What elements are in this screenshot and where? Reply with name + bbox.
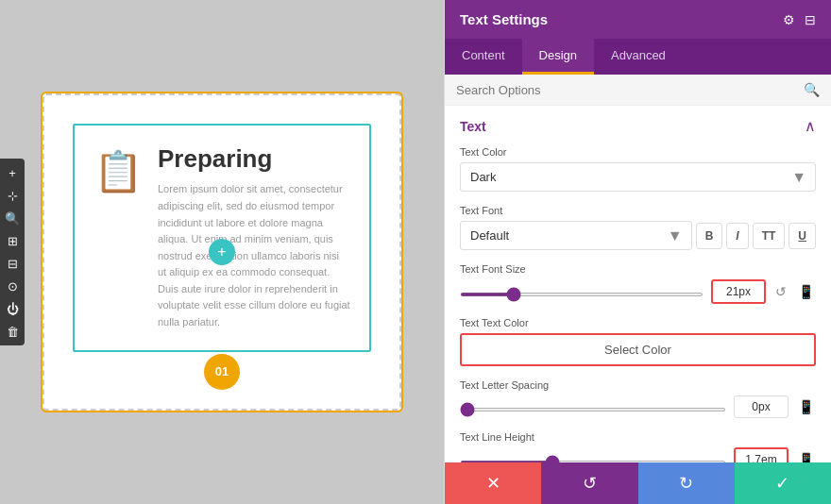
search-canvas-icon[interactable]: 🔍 (4, 210, 21, 227)
letter-spacing-slider-wrap (460, 398, 726, 415)
panel-footer: ✕ ↺ ↻ ✓ (445, 462, 831, 504)
text-color-select-wrap: Dark ▼ (460, 162, 816, 192)
text-color-select[interactable]: Dark (460, 162, 816, 192)
line-height-value[interactable] (734, 447, 789, 462)
underline-button[interactable]: U (789, 223, 816, 249)
search-bar: 🔍 (445, 75, 831, 106)
font-size-slider-wrap (460, 283, 704, 300)
tab-design[interactable]: Design (522, 39, 594, 75)
line-height-slider-row: 📱 (460, 447, 816, 462)
module-card-inner: 📋 Preparing Lorem ipsum dolor sit amet, … (73, 124, 371, 351)
module-body-text: Lorem ipsum dolor sit amet, consectetur … (158, 181, 350, 330)
font-size-label: Text Font Size (460, 263, 816, 275)
section-toggle-icon[interactable]: ∧ (805, 117, 816, 135)
line-height-label: Text Line Height (460, 431, 816, 443)
add-section-button[interactable]: + (209, 239, 235, 265)
canvas-area: + ⊹ 🔍 ⊞ ⊟ ⊙ ⏻ 🗑 📋 Preparing Lorem ipsum … (0, 0, 444, 504)
power-icon[interactable]: ⏻ (4, 300, 21, 317)
add-icon[interactable]: + (4, 164, 21, 181)
panel-header-icons: ⚙ ⊟ (783, 12, 816, 27)
history-icon[interactable]: ⊙ (4, 277, 21, 294)
font-size-field: Text Font Size ↺ 📱 (460, 263, 816, 304)
font-size-value[interactable] (711, 279, 766, 304)
trash-icon[interactable]: 🗑 (4, 323, 21, 340)
settings-panel: Text Settings ⚙ ⊟ Content Design Advance… (444, 0, 831, 504)
save-button[interactable]: ✓ (735, 462, 831, 504)
settings-icon[interactable]: ⚙ (783, 12, 795, 27)
search-input[interactable] (456, 83, 796, 97)
module-icon: 📋 (93, 148, 143, 194)
left-toolbar: + ⊹ 🔍 ⊞ ⊟ ⊙ ⏻ 🗑 (0, 159, 25, 345)
tt-button[interactable]: TT (753, 223, 786, 249)
collapse-icon[interactable]: ⊟ (805, 12, 816, 27)
letter-spacing-slider[interactable] (460, 408, 726, 412)
module-text-block: Preparing Lorem ipsum dolor sit amet, co… (158, 144, 350, 330)
line-height-device-icon[interactable]: 📱 (796, 450, 816, 462)
layout-icon[interactable]: ⊞ (4, 232, 21, 249)
cancel-button[interactable]: ✕ (445, 462, 541, 504)
font-size-slider-row: ↺ 📱 (460, 279, 816, 304)
text-text-color-field: Text Text Color Select Color (460, 317, 816, 366)
text-text-color-label: Text Text Color (460, 317, 816, 328)
font-row: Default ▼ B I TT U (460, 221, 816, 250)
panel-body: Text ∧ Text Color Dark ▼ Text Font (445, 106, 831, 462)
device-icon[interactable]: 📱 (796, 282, 816, 301)
font-size-slider[interactable] (460, 293, 704, 296)
undo-button[interactable]: ↺ (541, 462, 637, 504)
section-title: Text (460, 119, 486, 134)
select-color-button[interactable]: Select Color (460, 333, 816, 366)
text-font-field: Text Font Default ▼ B I TT U (460, 205, 816, 250)
panel-title: Text Settings (460, 11, 548, 27)
tab-content[interactable]: Content (445, 39, 522, 75)
search-icon: 🔍 (804, 82, 820, 97)
line-height-field: Text Line Height 📱 (460, 431, 816, 462)
section-body: Text Color Dark ▼ Text Font Default (445, 143, 831, 462)
panel-header: Text Settings ⚙ ⊟ (445, 0, 831, 39)
redo-button[interactable]: ↻ (638, 462, 735, 504)
letter-spacing-field: Text Letter Spacing 📱 (460, 379, 816, 418)
line-height-slider-wrap (460, 451, 726, 462)
panel-tabs: Content Design Advanced (445, 39, 831, 75)
section-header: Text ∧ (445, 106, 831, 143)
module-card: 📋 Preparing Lorem ipsum dolor sit amet, … (42, 93, 401, 410)
letter-spacing-label: Text Letter Spacing (460, 379, 816, 391)
cursor-icon[interactable]: ⊹ (4, 187, 21, 204)
letter-spacing-value[interactable] (734, 395, 789, 418)
module-title: Preparing (158, 144, 350, 174)
font-select[interactable]: Default (460, 221, 692, 250)
module-badge: 01 (204, 354, 240, 390)
italic-button[interactable]: I (726, 223, 748, 249)
letter-spacing-device-icon[interactable]: 📱 (796, 397, 816, 416)
text-font-label: Text Font (460, 205, 816, 216)
tab-advanced[interactable]: Advanced (594, 39, 683, 75)
letter-spacing-slider-row: 📱 (460, 395, 816, 418)
font-select-wrap: Default ▼ (460, 221, 692, 250)
text-color-field: Text Color Dark ▼ (460, 146, 816, 192)
text-color-label: Text Color (460, 146, 816, 158)
grid-icon[interactable]: ⊟ (4, 255, 21, 272)
bold-button[interactable]: B (696, 223, 723, 249)
module-content: 📋 Preparing Lorem ipsum dolor sit amet, … (75, 126, 369, 349)
reset-icon[interactable]: ↺ (773, 282, 789, 301)
